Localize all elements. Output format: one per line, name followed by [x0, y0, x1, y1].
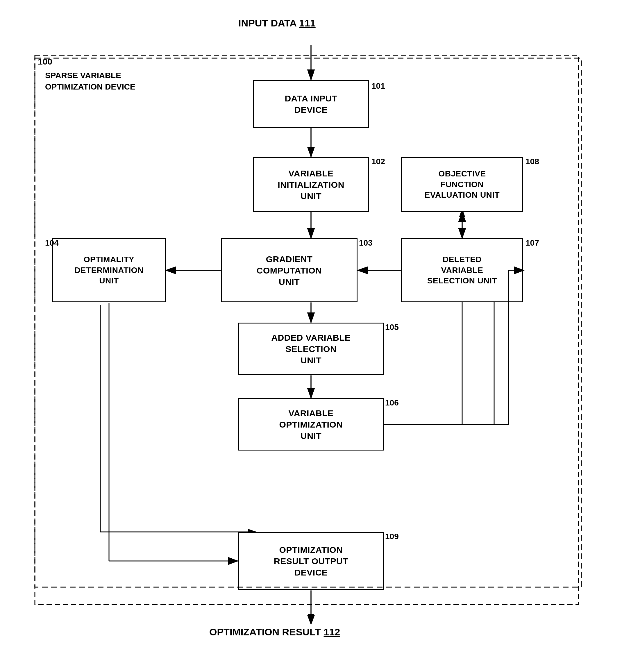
block-101-label: 101	[372, 81, 385, 91]
block-105-label: 105	[385, 323, 399, 332]
block-103-label: 103	[359, 238, 373, 248]
variable-init-unit-block: VARIABLEINITIALIZATIONUNIT	[253, 157, 369, 212]
block-107-label: 107	[525, 238, 539, 248]
optimality-det-unit-block: OPTIMALITYDETERMINATIONUNIT	[52, 238, 166, 302]
outer-box-num-label: 100	[38, 57, 52, 67]
diagram-container: 100 SPARSE VARIABLEOPTIMIZATION DEVICE I…	[0, 0, 622, 672]
block-109-label: 109	[385, 532, 399, 541]
objective-func-eval-block: OBJECTIVEFUNCTIONEVALUATION UNIT	[401, 157, 523, 212]
variable-opt-unit-block: VARIABLEOPTIMIZATIONUNIT	[238, 398, 384, 451]
optimization-result-label: OPTIMIZATION RESULT 112	[209, 626, 340, 638]
block-102-label: 102	[372, 157, 385, 166]
block-106-label: 106	[385, 398, 399, 408]
block-104-label: 104	[45, 238, 59, 248]
outer-box-label: SPARSE VARIABLEOPTIMIZATION DEVICE	[45, 70, 135, 93]
input-data-label: INPUT DATA 111	[238, 17, 316, 29]
added-var-selection-block: ADDED VARIABLESELECTIONUNIT	[238, 323, 384, 375]
data-input-device-block: DATA INPUTDEVICE	[253, 80, 369, 128]
block-108-label: 108	[525, 157, 539, 166]
deleted-var-selection-block: DELETEDVARIABLESELECTION UNIT	[401, 238, 523, 302]
gradient-comp-unit-block: GRADIENTCOMPUTATIONUNIT	[221, 238, 357, 302]
opt-result-output-block: OPTIMIZATIONRESULT OUTPUTDEVICE	[238, 532, 384, 590]
